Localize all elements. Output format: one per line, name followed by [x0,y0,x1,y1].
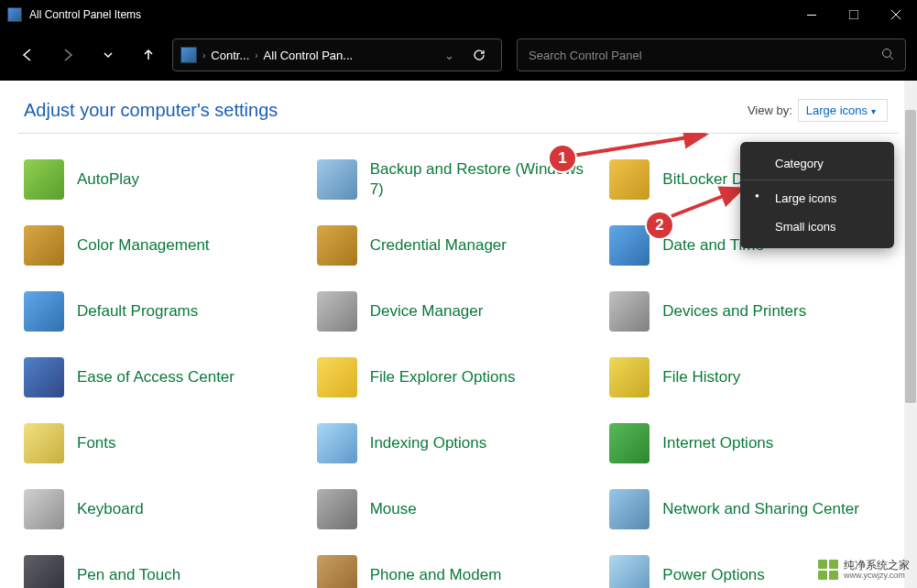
device-icon [317,291,357,332]
pen-icon [24,555,64,588]
cp-item-label: Mouse [370,499,417,519]
cp-item[interactable]: Pen and Touch [24,555,308,588]
cp-item-label: Ease of Access Center [77,367,235,387]
svg-rect-1 [849,10,858,19]
window-title: All Control Panel Items [29,8,791,21]
control-panel-icon [7,7,22,22]
cp-item-label: Default Programs [77,301,198,321]
annotation-arrow-2 [667,181,749,218]
page-title: Adjust your computer's settings [24,100,278,121]
credential-icon [317,225,357,266]
cp-item[interactable]: Fonts [24,423,308,463]
internet-icon [609,423,650,463]
svg-line-6 [573,135,705,156]
cp-item[interactable]: Mouse [317,489,601,529]
cp-item[interactable]: Phone and Modem [317,555,601,588]
cp-item[interactable]: Default Programs [24,291,308,332]
search-input[interactable] [529,49,881,62]
mouse-icon [317,489,357,529]
cp-item[interactable]: File Explorer Options [317,357,601,397]
titlebar: All Control Panel Items [0,0,917,29]
annotation-badge-2: 2 [645,211,674,240]
forward-icon [60,48,75,62]
recent-button[interactable] [92,38,125,71]
breadcrumb-part[interactable]: All Control Pan... [264,49,354,62]
svg-line-5 [890,56,894,60]
maximize-button[interactable] [833,0,875,29]
svg-point-4 [883,49,891,57]
viewby-label: View by: [748,103,792,117]
cp-item-label: Credential Manager [370,235,507,256]
address-bar[interactable]: › Contr... › All Control Pan... ⌄ [172,38,502,71]
up-icon [141,48,156,62]
search-bar[interactable] [517,38,906,71]
keyboard-icon [24,489,64,529]
explorer-icon [317,357,357,397]
minimize-button[interactable] [791,0,833,29]
menu-item[interactable]: Large icons [740,184,894,212]
cp-item[interactable]: Color Management [24,225,308,266]
breadcrumb-part[interactable]: Contr... [211,49,249,62]
back-icon [20,48,35,62]
history-icon [609,357,650,397]
cp-item-label: Network and Sharing Center [662,499,859,519]
cp-item-label: Phone and Modem [370,565,502,585]
fonts-icon [24,423,64,463]
maximize-icon [849,10,858,19]
cp-item-label: Power Options [662,565,765,585]
cp-item-label: Internet Options [662,433,773,453]
phone-icon [317,555,357,588]
watermark: 纯净系统之家 www.ycwjzy.com [818,560,910,581]
refresh-button[interactable] [464,40,494,70]
viewby-dropdown[interactable]: Large icons [798,99,888,122]
cp-item[interactable]: Devices and Printers [609,291,893,332]
minimize-icon [807,15,816,16]
menu-item[interactable]: Small icons [740,212,894,241]
printers-icon [609,291,650,332]
autoplay-icon [24,159,64,200]
watermark-logo-icon [818,560,838,580]
annotation-arrow-1 [568,133,715,160]
cp-item[interactable]: Credential Manager [317,225,601,266]
cp-item-label: Fonts [77,433,116,453]
control-panel-icon [180,47,197,63]
cp-item[interactable]: Ease of Access Center [24,357,308,397]
cp-item-label: Keyboard [77,499,144,519]
ease-icon [24,357,64,397]
cp-item-label: File Explorer Options [370,367,516,387]
cp-item[interactable]: Indexing Options [317,423,601,463]
cp-item[interactable]: Keyboard [24,489,308,529]
cp-item-label: Device Manager [370,301,484,321]
search-icon[interactable] [881,48,894,63]
toolbar: › Contr... › All Control Pan... ⌄ [0,29,917,81]
cp-item[interactable]: File History [609,357,893,397]
svg-line-7 [671,189,742,216]
cp-item-label: Color Management [77,235,210,256]
backup-icon [317,159,357,200]
close-button[interactable] [875,0,917,29]
watermark-url: www.ycwjzy.com [844,572,910,581]
up-button[interactable] [132,38,165,71]
cp-item[interactable]: Device Manager [317,291,601,332]
viewby-control: View by: Large icons [748,99,888,122]
svg-rect-0 [807,15,816,16]
bitlocker-icon [609,159,650,200]
viewby-menu[interactable]: CategoryLarge iconsSmall icons [740,142,894,248]
cp-item[interactable]: Network and Sharing Center [609,489,893,529]
header-row: Adjust your computer's settings View by:… [0,81,917,133]
forward-button[interactable] [51,38,84,71]
chevron-down-icon[interactable]: ⌄ [444,49,455,62]
cp-item[interactable]: Internet Options [609,423,893,463]
cp-item-label: File History [662,367,740,387]
refresh-icon [473,49,486,61]
cp-item[interactable]: AutoPlay [24,159,308,200]
back-button[interactable] [11,38,44,71]
cp-item-label: AutoPlay [77,169,139,190]
annotation-badge-1: 1 [548,144,577,173]
date-icon [609,225,650,266]
color-icon [24,225,64,266]
menu-item[interactable]: Category [740,149,894,180]
cp-item-label: Indexing Options [370,433,487,453]
chevron-down-icon [103,49,114,60]
scrollbar-thumb[interactable] [905,110,916,403]
